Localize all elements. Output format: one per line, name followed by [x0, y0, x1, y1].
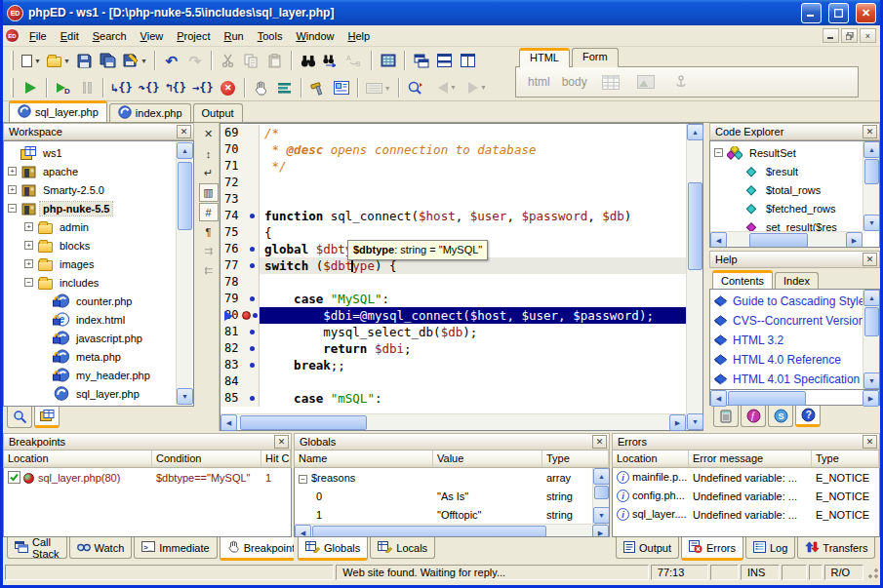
line-number[interactable]: 79: [221, 291, 246, 307]
column-header-error-message[interactable]: Error message: [689, 451, 812, 467]
globals-vscroll[interactable]: ▲ ▼: [592, 468, 609, 524]
menu-run[interactable]: Run: [218, 27, 251, 45]
code-explorer-item-result[interactable]: $result: [712, 162, 862, 180]
workspace-item-javascript-php[interactable]: javascript.php: [6, 329, 176, 347]
gutter-marker[interactable]: [246, 390, 260, 407]
code-explorer-item-total-rows[interactable]: $total_rows: [712, 180, 862, 199]
workspace-item-index-html[interactable]: eindex.html: [6, 310, 176, 329]
error-row[interactable]: iconfig.ph...Undefined variable: ...E_NO…: [613, 487, 879, 505]
line-numbers-icon[interactable]: #: [199, 203, 219, 221]
code-line-74[interactable]: 74function sql_connect($host, $user, $pa…: [221, 208, 686, 224]
tab-watch[interactable]: Watch: [69, 537, 133, 559]
scroll-up-icon[interactable]: ▲: [593, 468, 610, 485]
pause-button[interactable]: [75, 77, 99, 99]
scroll-right-icon[interactable]: ▶: [863, 390, 879, 407]
gutter-marker[interactable]: [246, 291, 260, 307]
scroll-down-icon[interactable]: ▼: [593, 507, 610, 524]
gutter-marker[interactable]: [246, 340, 260, 357]
code-line-78[interactable]: 78: [221, 274, 686, 291]
mdi-minimize-button[interactable]: [823, 28, 839, 43]
tile-horizontal-button[interactable]: [433, 50, 457, 72]
workspace-item-my-header-php[interactable]: my_header.php: [6, 366, 176, 384]
workspace-item-blocks[interactable]: +blocks: [6, 236, 176, 255]
tab-locals[interactable]: Locals: [370, 537, 435, 559]
workspace-item-sql-layer-php[interactable]: sql_layer.php: [6, 384, 176, 403]
scroll-right-icon[interactable]: ▶: [846, 232, 863, 248]
cascade-windows-button[interactable]: [410, 50, 433, 72]
expander-icon[interactable]: −: [24, 278, 33, 287]
help-topic-html-4-01-specification[interactable]: HTML 4.01 Specification: [713, 370, 862, 389]
scroll-up-icon[interactable]: ▲: [863, 141, 880, 158]
find-next-button[interactable]: [320, 50, 343, 72]
menu-help[interactable]: Help: [341, 27, 378, 45]
paste-button[interactable]: [263, 50, 287, 72]
tab-globals[interactable]: Globals: [298, 537, 368, 561]
globals-vscroll-thumb[interactable]: [594, 486, 609, 499]
scroll-down-icon[interactable]: ▼: [177, 388, 193, 405]
insert-image-button[interactable]: [634, 71, 658, 94]
line-number[interactable]: 78: [221, 274, 246, 291]
scroll-left-icon[interactable]: ◀: [295, 525, 311, 537]
redo-button[interactable]: ↷: [183, 50, 207, 72]
line-number[interactable]: 81: [221, 324, 246, 340]
profiler-button[interactable]: [273, 77, 297, 99]
workspace-item-includes[interactable]: −includes: [6, 273, 176, 292]
workspace-vscroll-thumb[interactable]: [178, 162, 192, 230]
cut-button[interactable]: [217, 50, 240, 72]
scroll-up-icon[interactable]: ▲: [687, 124, 703, 140]
editor-tab-output[interactable]: Output: [193, 103, 243, 122]
menu-file[interactable]: File: [22, 27, 54, 45]
line-number[interactable]: 72: [221, 175, 246, 191]
break-hand-button[interactable]: [250, 77, 273, 99]
gutter-marker[interactable]: [246, 274, 260, 291]
tab-s-help[interactable]: S: [768, 406, 793, 427]
code-line-85[interactable]: 85 case "mSQL":: [221, 390, 686, 407]
gutter-marker[interactable]: [246, 373, 260, 390]
scroll-left-icon[interactable]: ◀: [710, 232, 727, 248]
tab-transfers[interactable]: Transfers: [797, 537, 875, 559]
expander-icon[interactable]: −: [714, 148, 723, 157]
scroll-right-icon[interactable]: ▶: [669, 414, 686, 431]
variable-row[interactable]: −$reasonsarray: [295, 468, 592, 487]
word-wrap-icon[interactable]: ↵: [199, 164, 219, 182]
expander-icon[interactable]: +: [24, 259, 33, 268]
close-editor-icon[interactable]: ✕: [199, 125, 219, 143]
forward-button[interactable]: ▼: [465, 76, 490, 98]
line-number[interactable]: 69: [221, 125, 246, 141]
column-header-condition[interactable]: Condition: [152, 451, 261, 467]
help-vscroll-thumb[interactable]: [864, 307, 879, 336]
variable-row[interactable]: 1"Offtopic"string: [295, 505, 592, 524]
gutter-marker[interactable]: [246, 357, 260, 373]
toolbar-grip[interactable]: [11, 51, 14, 70]
line-number[interactable]: 85: [221, 390, 246, 407]
code-line-81[interactable]: 81 mysql_select_db($db);: [221, 324, 686, 340]
editor-vscroll[interactable]: ▲ ▼: [686, 124, 702, 430]
maximize-button[interactable]: [828, 3, 849, 23]
expander-icon[interactable]: −: [8, 204, 17, 213]
code-line-73[interactable]: 73: [221, 191, 686, 208]
variable-row[interactable]: 0"As Is"string: [295, 487, 592, 505]
split-editor-icon[interactable]: ↕: [199, 144, 219, 163]
line-number[interactable]: 82: [221, 340, 246, 357]
code-explorer-item-fetched-rows[interactable]: $fetched_rows: [712, 199, 862, 217]
help-hscroll[interactable]: ◀ ▶: [709, 390, 880, 406]
gutter-marker[interactable]: [246, 175, 260, 191]
globals-hscroll-thumb[interactable]: [312, 526, 546, 537]
scroll-left-icon[interactable]: ◀: [710, 390, 727, 407]
breakpoint-enabled-checkbox[interactable]: [8, 471, 20, 484]
help-tab-contents[interactable]: Contents: [712, 270, 773, 289]
virtual-keyboard-button[interactable]: ▼: [363, 77, 394, 99]
menu-tools[interactable]: Tools: [251, 27, 290, 45]
code-explorer-item-resultset[interactable]: −ResultSet: [712, 143, 862, 162]
globals-close-icon[interactable]: ✕: [592, 435, 607, 449]
tab-call-stack[interactable]: Call Stack: [7, 537, 67, 559]
gutter-marker[interactable]: [246, 224, 260, 241]
insert-table-button[interactable]: [599, 71, 622, 94]
save-all-button[interactable]: [97, 50, 120, 72]
code-explorer-hscroll-thumb[interactable]: [749, 233, 808, 248]
code-lines[interactable]: 69/*70 * @desc opens connection to datab…: [221, 124, 686, 413]
code-explorer-vscroll[interactable]: ▲ ▼: [863, 141, 879, 231]
editor-hscroll-thumb[interactable]: [240, 415, 367, 430]
tab-output[interactable]: Output: [616, 537, 679, 559]
column-header-value[interactable]: Value: [433, 451, 542, 467]
